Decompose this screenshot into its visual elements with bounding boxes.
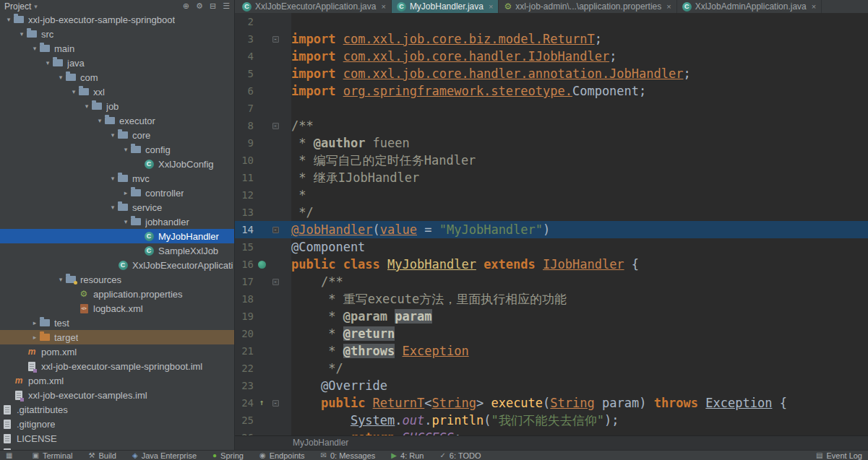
breadcrumb-item[interactable]: MyJobHandler: [293, 438, 348, 448]
code-line[interactable]: 8-/**: [235, 117, 868, 134]
chevron-down-icon[interactable]: ▾: [34, 3, 38, 10]
code-line[interactable]: 6import org.springframework.stereotype.C…: [235, 82, 868, 100]
fold-icon[interactable]: -: [272, 123, 279, 129]
tab-close-icon[interactable]: ×: [812, 2, 816, 11]
tab-close-icon[interactable]: ×: [666, 2, 671, 11]
tree-item[interactable]: ▾com: [0, 70, 234, 84]
code-line[interactable]: 12 *: [235, 186, 868, 204]
statusbar-item[interactable]: ▦: [6, 451, 16, 460]
tree-item[interactable]: ▾executor: [0, 113, 234, 128]
code-line[interactable]: 17- /**: [235, 273, 868, 290]
statusbar-item[interactable]: ▣Terminal: [32, 451, 72, 460]
class-marker-icon[interactable]: [258, 261, 266, 269]
fold-icon[interactable]: -: [272, 279, 279, 285]
code-line[interactable]: 20 * @return: [235, 325, 868, 342]
tree-item[interactable]: ▾mvc: [0, 171, 234, 186]
statusbar-item[interactable]: ▤Event Log: [816, 451, 862, 460]
code-line[interactable]: 14-@JobHandler(value = "MyJobHandler"): [235, 221, 868, 238]
tree-item[interactable]: ▾service: [0, 200, 234, 214]
statusbar-item[interactable]: ⚒Build: [88, 451, 116, 460]
statusbar-item[interactable]: ▶4: Run: [391, 451, 424, 460]
editor-tab[interactable]: CMyJobHandler.java×: [392, 0, 499, 13]
statusbar-item[interactable]: ✓6: TODO: [439, 451, 481, 460]
code-line[interactable]: 7: [235, 100, 868, 117]
fold-icon[interactable]: -: [272, 227, 279, 233]
chevron-down-icon[interactable]: ▾: [121, 218, 130, 225]
tree-item[interactable]: ▸controller: [0, 186, 234, 200]
tree-item[interactable]: mpom.xml: [0, 373, 234, 388]
breadcrumb[interactable]: MyJobHandler: [235, 435, 868, 450]
fold-icon[interactable]: -: [272, 36, 279, 43]
menu-icon[interactable]: ☰: [223, 1, 230, 11]
tree-item[interactable]: xxl-job-executor-samples.iml: [0, 388, 234, 402]
chevron-down-icon[interactable]: ▾: [30, 45, 39, 52]
code-line[interactable]: 11 * 继承IJobHandler: [235, 169, 868, 186]
tab-close-icon[interactable]: ×: [489, 2, 493, 11]
tree-item[interactable]: .gitattributes: [0, 402, 234, 417]
editor-tab[interactable]: CXxlJobAdminApplication.java×: [677, 0, 822, 13]
tree-item[interactable]: mpom.xml: [0, 344, 234, 359]
project-panel-title[interactable]: Project: [4, 1, 31, 12]
chevron-down-icon[interactable]: ▾: [95, 117, 104, 124]
gear-icon[interactable]: ⚙: [196, 1, 203, 11]
code-line[interactable]: 16public class MyJobHandler extends IJob…: [235, 256, 868, 273]
tree-item[interactable]: ▾config: [0, 142, 234, 157]
code-line[interactable]: 2: [235, 13, 868, 30]
tree-item[interactable]: xxl-job-executor-sample-springboot.iml: [0, 359, 234, 373]
code-line[interactable]: 15@Component: [235, 238, 868, 256]
tree-item[interactable]: CMyJobHandler: [0, 229, 234, 243]
tree-item[interactable]: ▾jobhandler: [0, 214, 234, 229]
code-line[interactable]: 22 */: [235, 360, 868, 377]
overriding-method-icon[interactable]: ↑: [259, 394, 265, 412]
tab-close-icon[interactable]: ×: [381, 2, 385, 11]
code-line[interactable]: 26 return SUCCESS;: [235, 429, 868, 435]
tree-item[interactable]: CXxlJobExecutorApplicati: [0, 258, 234, 272]
tree-item[interactable]: ▾xxl-job-executor-sample-springboot: [0, 12, 234, 27]
code-line[interactable]: 13 */: [235, 204, 868, 221]
tree-item[interactable]: ⚙application.properties: [0, 287, 234, 301]
code-line[interactable]: 5import com.xxl.job.core.handler.annotat…: [235, 65, 868, 82]
chevron-down-icon[interactable]: ▾: [108, 175, 117, 182]
chevron-right-icon[interactable]: ▸: [30, 334, 39, 341]
fold-icon[interactable]: -: [272, 400, 279, 407]
code-editor[interactable]: 23-import com.xxl.job.core.biz.model.Ret…: [235, 13, 868, 435]
tree-item[interactable]: ▾xxl: [0, 84, 234, 99]
statusbar-item[interactable]: ✉0: Messages: [321, 451, 376, 460]
tree-item[interactable]: .gitignore: [0, 417, 234, 431]
tree-item[interactable]: ▾src: [0, 27, 234, 41]
chevron-down-icon[interactable]: ▾: [43, 59, 52, 66]
chevron-right-icon[interactable]: ▸: [121, 189, 130, 196]
code-line[interactable]: 23 @Override: [235, 377, 868, 394]
chevron-down-icon[interactable]: ▾: [108, 204, 117, 211]
tree-item[interactable]: ▸target: [0, 330, 234, 344]
code-line[interactable]: 25 System.out.println("我们不能失去信仰");: [235, 412, 868, 429]
tree-item[interactable]: ▾core: [0, 128, 234, 142]
tree-item[interactable]: ▾java: [0, 56, 234, 70]
tree-item[interactable]: ▾job: [0, 99, 234, 113]
collapse-all-icon[interactable]: ⊟: [210, 1, 216, 11]
code-line[interactable]: 24↑- public ReturnT<String> execute(Stri…: [235, 394, 868, 412]
tree-item[interactable]: ▸test: [0, 316, 234, 330]
code-line[interactable]: 3-import com.xxl.job.core.biz.model.Retu…: [235, 30, 868, 48]
tree-item[interactable]: ▾main: [0, 41, 234, 56]
chevron-down-icon[interactable]: ▾: [69, 88, 78, 95]
code-line[interactable]: 9 * @author fueen: [235, 134, 868, 152]
code-line[interactable]: 21 * @throws Exception: [235, 342, 868, 360]
tree-item[interactable]: </>logback.xml: [0, 301, 234, 316]
chevron-down-icon[interactable]: ▾: [108, 131, 117, 139]
statusbar-item[interactable]: ●Spring: [212, 451, 244, 460]
tree-item[interactable]: CSampleXxlJob: [0, 243, 234, 258]
locate-icon[interactable]: ⊕: [183, 1, 189, 11]
code-line[interactable]: 18 * 重写execute方法，里面执行相应的功能: [235, 290, 868, 308]
editor-tab[interactable]: CXxlJobExecutorApplication.java×: [237, 0, 392, 13]
tree-item[interactable]: CXxlJobConfig: [0, 157, 234, 171]
chevron-down-icon[interactable]: ▾: [4, 16, 13, 23]
chevron-down-icon[interactable]: ▾: [56, 276, 65, 283]
code-line[interactable]: 10 * 编写自己的定时任务Handler: [235, 152, 868, 169]
chevron-down-icon[interactable]: ▾: [121, 146, 130, 153]
tree-item[interactable]: LICENSE: [0, 431, 234, 446]
editor-tab[interactable]: ⚙xxl-job-admin\...\application.propertie…: [499, 0, 676, 13]
chevron-down-icon[interactable]: ▾: [82, 103, 91, 110]
code-line[interactable]: 19 * @param param: [235, 308, 868, 325]
statusbar-item[interactable]: ◈Java Enterprise: [132, 451, 197, 460]
